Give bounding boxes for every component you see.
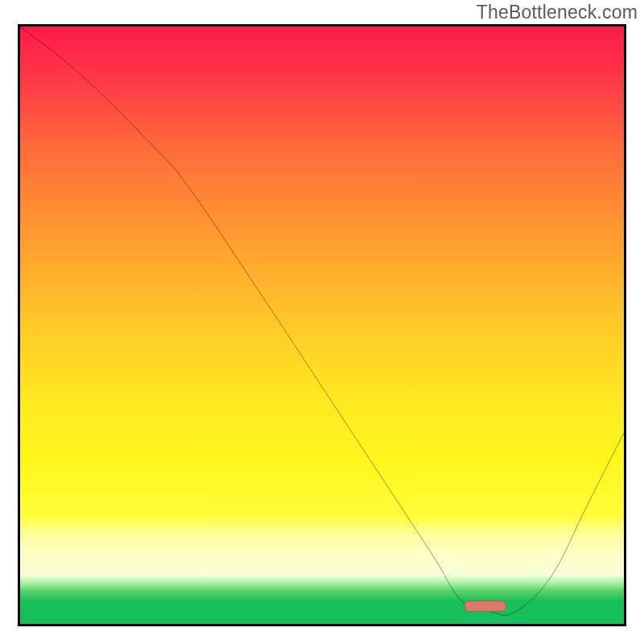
optimal-marker	[464, 601, 506, 612]
bottleneck-curve-path	[20, 27, 624, 615]
curve-svg	[20, 27, 624, 624]
watermark-text: TheBottleneck.com	[477, 2, 638, 23]
bottleneck-chart	[18, 24, 626, 626]
